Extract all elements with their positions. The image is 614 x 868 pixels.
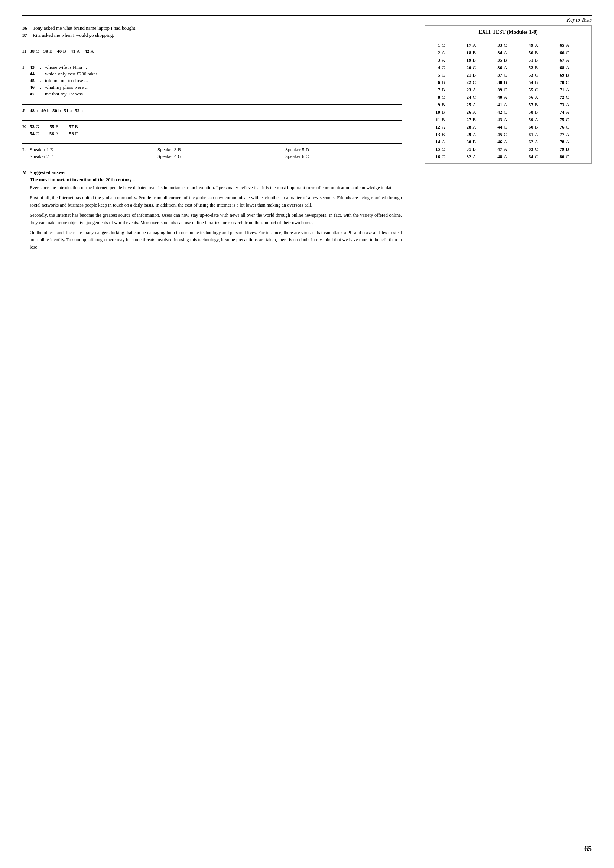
exit-9: 9B bbox=[431, 102, 462, 108]
exit-ans-29: A bbox=[473, 132, 476, 138]
k-item-58: 58 D bbox=[69, 131, 78, 137]
k-val-57: B bbox=[74, 124, 78, 130]
h-num-38: 38 bbox=[30, 48, 34, 54]
exit-col-2: 17A 18B 19B 20C 21B 22C 23A 24C 25A 26A … bbox=[462, 42, 493, 160]
exit-num-12: 12 bbox=[431, 124, 440, 130]
exit-ans-44: C bbox=[504, 124, 507, 130]
exit-num-8: 8 bbox=[431, 95, 440, 100]
exit-ans-13: B bbox=[442, 132, 445, 138]
pre-text-37: Rita asked me when I would go shopping. bbox=[33, 32, 114, 38]
k-val-54: C bbox=[36, 131, 39, 137]
page-number: 65 bbox=[584, 845, 592, 853]
section-j-row: J 48 b 49 b 50 b bbox=[22, 108, 402, 114]
exit-num-68: 68 bbox=[555, 65, 564, 71]
exit-ans-75: C bbox=[566, 116, 569, 123]
exit-4: 4C bbox=[431, 65, 462, 71]
exit-71: 71A bbox=[555, 87, 586, 93]
divider-k bbox=[22, 120, 402, 121]
exit-num-40: 40 bbox=[493, 95, 502, 100]
exit-50: 50B bbox=[524, 50, 555, 56]
exit-62: 62A bbox=[524, 139, 555, 145]
exit-77: 77A bbox=[555, 132, 586, 138]
exit-num-79: 79 bbox=[555, 146, 564, 152]
exit-num-38: 38 bbox=[493, 79, 502, 85]
exit-24: 24C bbox=[462, 95, 493, 100]
section-l: L Speaker 1 E Speaker 3 B Speaker 5 D Sp… bbox=[22, 147, 402, 159]
exit-25: 25A bbox=[462, 102, 493, 108]
section-m-row: M Suggested answer The most important in… bbox=[22, 169, 402, 254]
exit-num-43: 43 bbox=[493, 116, 502, 123]
exit-39: 39C bbox=[493, 87, 524, 93]
pre-num-37: 37 bbox=[22, 32, 33, 38]
exit-num-61: 61 bbox=[524, 132, 533, 138]
exit-num-60: 60 bbox=[524, 124, 533, 130]
exit-20: 20C bbox=[462, 65, 493, 71]
exit-ans-35: B bbox=[504, 57, 507, 63]
section-h: H 38 C 39 B 40 B bbox=[22, 48, 402, 54]
section-k: K 53 G 55 E 57 B bbox=[22, 124, 402, 137]
exit-ans-16: C bbox=[442, 154, 445, 160]
exit-49: 49A bbox=[524, 42, 555, 48]
exit-ans-67: A bbox=[566, 57, 569, 63]
section-h-label: H bbox=[22, 48, 30, 54]
exit-ans-69: B bbox=[566, 72, 569, 78]
exit-ans-23: A bbox=[473, 87, 476, 93]
exit-ans-53: C bbox=[535, 72, 538, 78]
exit-num-33: 33 bbox=[493, 42, 502, 48]
exit-1: 1C bbox=[431, 42, 462, 48]
exit-num-78: 78 bbox=[555, 139, 564, 145]
exit-32: 32A bbox=[462, 154, 493, 160]
exit-ans-58: B bbox=[535, 109, 538, 115]
exit-72: 72C bbox=[555, 95, 586, 100]
pre-text-36: Tony asked me what brand name laptop I h… bbox=[33, 25, 136, 31]
exit-num-36: 36 bbox=[493, 65, 502, 71]
exit-60: 60B bbox=[524, 124, 555, 130]
exit-40: 40A bbox=[493, 95, 524, 100]
exit-17: 17A bbox=[462, 42, 493, 48]
exit-ans-40: A bbox=[504, 95, 507, 100]
exit-num-46: 46 bbox=[493, 139, 502, 145]
exit-ans-22: C bbox=[473, 79, 476, 85]
exit-ans-24: C bbox=[473, 95, 476, 100]
exit-ans-79: B bbox=[566, 146, 569, 152]
h-num-40: 40 bbox=[57, 48, 62, 54]
suggested-answer: Suggested answer The most important inve… bbox=[30, 169, 402, 254]
i-item-43: 43 ... whose wife is Nina ... bbox=[30, 64, 402, 70]
exit-num-56: 56 bbox=[524, 95, 533, 100]
exit-ans-56: A bbox=[535, 95, 538, 100]
exit-57: 57B bbox=[524, 102, 555, 108]
exit-69: 69B bbox=[555, 72, 586, 78]
exit-ans-6: B bbox=[442, 79, 445, 85]
header-divider bbox=[22, 15, 592, 16]
h-val-39: B bbox=[50, 48, 53, 54]
exit-75: 75C bbox=[555, 116, 586, 123]
exit-num-34: 34 bbox=[493, 50, 502, 56]
k-val-53: G bbox=[36, 124, 39, 130]
j-num-50: 50 bbox=[53, 108, 57, 114]
exit-73: 73A bbox=[555, 102, 586, 108]
exit-12: 12A bbox=[431, 124, 462, 130]
exit-num-5: 5 bbox=[431, 72, 440, 78]
exit-ans-80: C bbox=[566, 154, 569, 160]
exit-num-45: 45 bbox=[493, 132, 502, 138]
exit-ans-43: A bbox=[504, 116, 507, 123]
exit-ans-74: A bbox=[566, 109, 569, 115]
exit-ans-63: C bbox=[535, 146, 538, 152]
i-num-45: 45 bbox=[30, 78, 40, 84]
h-item-40: 40 B bbox=[57, 48, 66, 54]
exit-76: 76C bbox=[555, 124, 586, 130]
section-k-label: K bbox=[22, 124, 30, 130]
exit-ans-17: A bbox=[473, 42, 476, 48]
pre-row-37: 37 Rita asked me when I would go shoppin… bbox=[22, 32, 402, 38]
exit-num-76: 76 bbox=[555, 124, 564, 130]
exit-ans-2: A bbox=[442, 50, 445, 56]
exit-ans-32: A bbox=[473, 154, 476, 160]
exit-col-1: 1C 2A 3A 4C 5C 6B 7B 8C 9B 10B 11B 12A 1… bbox=[431, 42, 462, 160]
exit-10: 10B bbox=[431, 109, 462, 115]
speaker-2: Speaker 2 F bbox=[30, 154, 146, 159]
exit-num-4: 4 bbox=[431, 65, 440, 71]
h-item-41: 41 A bbox=[71, 48, 80, 54]
exit-num-13: 13 bbox=[431, 132, 440, 138]
exit-ans-78: A bbox=[566, 139, 569, 145]
exit-47: 47A bbox=[493, 146, 524, 152]
